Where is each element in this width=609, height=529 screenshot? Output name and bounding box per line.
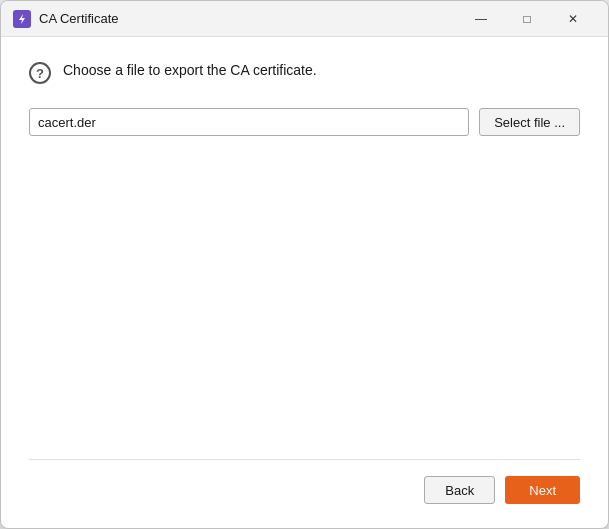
spacer: [29, 152, 580, 459]
file-row: Select file ...: [29, 108, 580, 136]
next-button[interactable]: Next: [505, 476, 580, 504]
svg-marker-0: [19, 14, 25, 24]
main-window: CA Certificate — □ ✕ ? Choose a file to …: [0, 0, 609, 529]
back-button[interactable]: Back: [424, 476, 495, 504]
maximize-button[interactable]: □: [504, 1, 550, 37]
select-file-button[interactable]: Select file ...: [479, 108, 580, 136]
title-bar: CA Certificate — □ ✕: [1, 1, 608, 37]
minimize-button[interactable]: —: [458, 1, 504, 37]
bolt-icon: [16, 13, 28, 25]
window-title: CA Certificate: [39, 11, 458, 26]
close-button[interactable]: ✕: [550, 1, 596, 37]
content-area: ? Choose a file to export the CA certifi…: [1, 37, 608, 528]
footer: Back Next: [29, 459, 580, 504]
header-row: ? Choose a file to export the CA certifi…: [29, 61, 580, 84]
help-icon: ?: [29, 62, 51, 84]
description-text: Choose a file to export the CA certifica…: [63, 61, 317, 81]
file-path-input[interactable]: [29, 108, 469, 136]
app-icon: [13, 10, 31, 28]
window-controls: — □ ✕: [458, 1, 596, 37]
